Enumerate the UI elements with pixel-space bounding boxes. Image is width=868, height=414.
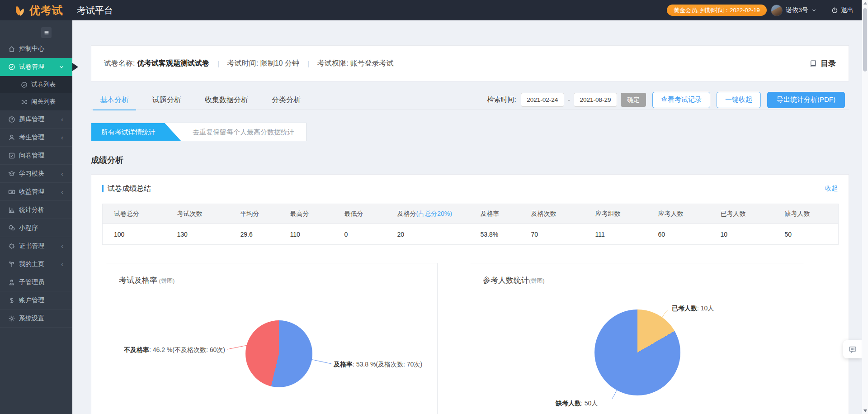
- chevron-left-icon: ‹: [61, 188, 63, 195]
- paper-info-bar: 试卷名称: 优考试客观题测试试卷 | 考试时间: 限制10 分钟 | 考试权限:…: [91, 45, 849, 81]
- admin-person-icon: [8, 279, 15, 286]
- menu-toggle-button[interactable]: [41, 27, 52, 38]
- shuffle-icon: [21, 99, 28, 105]
- pass-rate-pie: [245, 320, 312, 387]
- hamburger-icon: [43, 29, 50, 36]
- page-scrollbar[interactable]: [862, 0, 868, 414]
- date-to-input[interactable]: [574, 93, 617, 107]
- exam-permission-value: 账号登录考试: [350, 59, 394, 68]
- cell: 70: [520, 224, 584, 245]
- chevron-down-icon[interactable]: [811, 8, 816, 13]
- col-header: 缺考人数: [774, 204, 839, 224]
- fail-rate-label: 不及格率: 46.2 %(不及格次数: 60次): [121, 346, 225, 354]
- feedback-chat-button[interactable]: [843, 340, 862, 358]
- sidebar-item-question-bank[interactable]: 题库管理 ‹: [0, 110, 72, 128]
- sidebar-subitem-paper-list[interactable]: 试卷列表: [0, 76, 72, 93]
- toggle-dedup-highest-score[interactable]: 去重复保留每个人最高分数据统计: [181, 123, 306, 141]
- section-title-score-analysis: 成绩分析: [91, 155, 862, 166]
- sidebar-item-label: 学习模块: [19, 170, 44, 178]
- check-circle-icon: [21, 81, 28, 88]
- chevron-left-icon: ‹: [61, 242, 63, 250]
- sidebar-item-system-settings[interactable]: 系统设置: [0, 309, 72, 328]
- platform-title: 考试平台: [77, 5, 113, 17]
- separator: |: [217, 60, 219, 67]
- collapse-link[interactable]: 收起: [825, 185, 838, 193]
- brand-logo[interactable]: 优考试: [13, 3, 63, 18]
- sidebar-item-label: 统计分析: [19, 206, 44, 214]
- cell: 53.8%: [469, 224, 520, 245]
- sidebar-item-sub-admin[interactable]: 子管理员: [0, 273, 72, 291]
- sidebar-item-label: 子管理员: [19, 278, 44, 286]
- sidebar-item-label: 问卷管理: [19, 152, 44, 160]
- bar-chart-icon: [8, 206, 15, 214]
- col-header: 及格率: [469, 204, 520, 224]
- view-exam-records-button[interactable]: 查看考试记录: [652, 92, 710, 108]
- chevron-left-icon: ‹: [61, 115, 63, 123]
- sidebar-item-label: 试卷管理: [19, 63, 44, 71]
- col-header: 最高分: [279, 204, 333, 224]
- wechat-icon: [8, 224, 15, 232]
- sidebar-item-control-center[interactable]: 控制中心: [0, 40, 72, 58]
- logout-button[interactable]: 退出: [831, 6, 854, 14]
- search-time-label: 检索时间:: [487, 95, 516, 104]
- sidebar-item-revenue-management[interactable]: 收益管理 ‹: [0, 183, 72, 201]
- export-statistics-pdf-button[interactable]: 导出统计分析(PDF): [767, 92, 845, 108]
- sidebar-item-paper-management[interactable]: 试卷管理: [0, 58, 72, 76]
- statistics-mode-toggle: 所有考试详情统计 去重复保留每个人最高分数据统计: [91, 123, 307, 141]
- sidebar-subitem-level-list[interactable]: 闯关列表: [0, 93, 72, 110]
- participant-pie: [594, 309, 680, 395]
- sidebar-item-mini-program[interactable]: 小程序: [0, 219, 72, 237]
- logout-label: 退出: [841, 6, 854, 14]
- separator: |: [307, 60, 309, 67]
- graduation-cap-icon: [8, 170, 15, 177]
- tab-question-analysis[interactable]: 试题分析: [145, 90, 189, 110]
- sidebar-item-my-homepage[interactable]: 我的主页 ‹: [0, 255, 72, 273]
- scrollbar-thumb[interactable]: [863, 8, 867, 71]
- score-summary-card: 试卷成绩总结 收起 试卷总分 考试次数 平均分 最高分 最低分 及格分(占总分2…: [91, 174, 849, 414]
- sidebar-subitem-label: 闯关列表: [31, 98, 56, 106]
- col-header: 平均分: [229, 204, 279, 224]
- sidebar: 控制中心 试卷管理 试卷列表 闯关列表 题库管理 ‹ 考生管理 ‹: [0, 20, 72, 414]
- sidebar-item-examinee-management[interactable]: 考生管理 ‹: [0, 128, 72, 147]
- tab-category-analysis[interactable]: 分类分析: [264, 90, 308, 110]
- pass-rate-pie-chart: 考试及格率 (饼图) 不及格率: 46.2 %(不及格次数: 60次) 及格率:…: [106, 263, 438, 414]
- membership-badge: 黄金会员, 到期时间：2022-02-19: [667, 5, 767, 16]
- banknote-icon: [8, 188, 15, 195]
- badge-icon: [8, 243, 15, 250]
- main-content: 试卷名称: 优考试客观题测试试卷 | 考试时间: 限制10 分钟 | 考试权限:…: [72, 20, 862, 414]
- scroll-down-arrow-icon[interactable]: [863, 409, 867, 412]
- col-header: 及格次数: [520, 204, 584, 224]
- tab-collected-data-analysis[interactable]: 收集数据分析: [198, 90, 255, 110]
- sidebar-item-certificate-management[interactable]: 证书管理 ‹: [0, 237, 72, 255]
- sidebar-item-questionnaire[interactable]: 问卷管理: [0, 147, 72, 165]
- confirm-button[interactable]: 确定: [621, 93, 646, 107]
- user-avatar[interactable]: [771, 5, 783, 16]
- absent-count-label: 缺考人数: 50人: [556, 400, 598, 408]
- chart-title: 参考人数统计(饼图): [483, 275, 545, 286]
- home-icon: [8, 45, 15, 52]
- collapse-all-button[interactable]: 一键收起: [717, 92, 761, 108]
- col-header: 及格分(占总分20%): [386, 204, 469, 224]
- toggle-all-exam-details[interactable]: 所有考试详情统计: [91, 123, 181, 141]
- sidebar-item-account-management[interactable]: 账户管理: [0, 291, 72, 309]
- date-from-input[interactable]: [521, 93, 564, 107]
- date-filter-bar: 检索时间: - 确定 查看考试记录 一键收起 导出统计分析(PDF): [487, 90, 845, 109]
- user-name[interactable]: 诺依3号: [786, 6, 808, 14]
- ballot-check-icon: [8, 152, 15, 159]
- chevron-left-icon: ‹: [61, 260, 63, 268]
- sprout-icon: [8, 261, 15, 268]
- scroll-up-arrow-icon[interactable]: [863, 2, 867, 5]
- table-row: 100 130 29.6 110 0 20 53.8% 70 111 60 10…: [103, 224, 839, 245]
- paper-name-label: 试卷名称:: [104, 59, 135, 68]
- catalog-link[interactable]: 目录: [809, 58, 836, 69]
- sidebar-item-label: 系统设置: [19, 314, 44, 323]
- sidebar-item-learning-module[interactable]: 学习模块 ‹: [0, 165, 72, 183]
- power-icon: [831, 7, 838, 14]
- dollar-icon: [8, 297, 15, 304]
- chart-title: 考试及格率 (饼图): [119, 275, 175, 286]
- paper-name: 优考试客观题测试试卷: [137, 59, 209, 68]
- tab-basic-analysis[interactable]: 基本分析: [93, 90, 136, 110]
- cell: 60: [647, 224, 709, 245]
- gear-icon: [8, 315, 15, 322]
- sidebar-item-statistics[interactable]: 统计分析: [0, 201, 72, 219]
